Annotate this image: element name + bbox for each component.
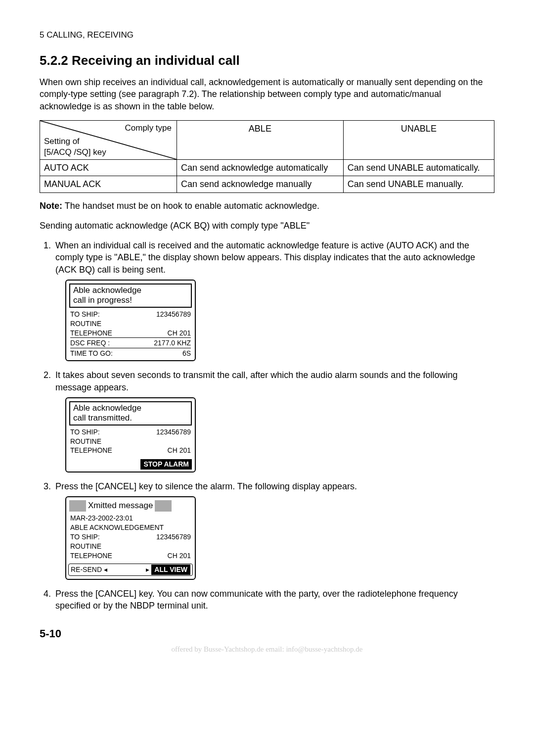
note-label: Note: (40, 201, 62, 211)
step-text: Press the [CANCEL] key to silence the al… (55, 481, 357, 491)
lcd-title-line: Able acknowledge (73, 285, 188, 295)
comply-type-table: Comply type Setting of [5/ACQ /SQ] key A… (40, 120, 494, 193)
lcd-title-text: Xmitted message (86, 500, 155, 512)
footer-note: offered by Busse-Yachtshop.de email: inf… (40, 644, 494, 654)
diag-bottom-label: Setting of [5/ACQ /SQ] key (44, 136, 106, 157)
lcd-body: TO SHIP:123456789 ROUTINE TELEPHONECH 20… (66, 427, 195, 456)
row-head: MANUAL ACK (40, 176, 177, 192)
list-item: When an individual call is received and … (53, 239, 494, 361)
lcd-body: TO SHIP:123456789 ROUTINE TELEPHONECH 20… (66, 310, 195, 358)
lcd-title-line: Able acknowledge (73, 403, 188, 413)
gray-block-icon (69, 500, 86, 512)
note-text: The handset must be on hook to enable au… (62, 201, 319, 211)
list-item: Press the [CANCEL] key to silence the al… (53, 480, 494, 580)
lcd-title-line: call in progress! (73, 295, 188, 305)
lcd-row: MAR-23-2002-23:01 (70, 514, 191, 523)
table-row: MANUAL ACK Can send acknowledge manually… (40, 176, 494, 192)
table-cell: Can send UNABLE automatically. (343, 159, 494, 176)
stop-alarm-row: STOP ALARM (66, 459, 195, 470)
row-head: AUTO ACK (40, 159, 177, 176)
table-cell: Can send UNABLE manually. (343, 176, 494, 192)
chapter-header: 5 CALLING, RECEIVING (40, 30, 494, 41)
lcd-row: TELEPHONECH 201 (70, 446, 191, 455)
lcd-row: ROUTINE (70, 542, 191, 551)
table-row: AUTO ACK Can send acknowledge automatica… (40, 159, 494, 176)
lcd-footer: RE-SEND ◂ ▸ ALL VIEW (68, 564, 193, 576)
arrow-icon: ▸ (146, 565, 149, 574)
col-unable: UNABLE (343, 120, 494, 159)
all-view-badge: ALL VIEW (151, 565, 190, 575)
page-number: 5-10 (40, 626, 494, 641)
lcd-title-line: call transmitted. (73, 413, 188, 423)
stop-alarm-badge: STOP ALARM (140, 459, 192, 470)
table-header-row: Comply type Setting of [5/ACQ /SQ] key A… (40, 120, 494, 159)
lcd-row: ABLE ACKNOWLEDGEMENT (70, 523, 191, 532)
diag-top-label: Comply type (125, 123, 172, 134)
table-cell: Can send acknowledge automatically (177, 159, 344, 176)
lcd-title: Able acknowledge call in progress! (69, 284, 192, 308)
diagonal-header-cell: Comply type Setting of [5/ACQ /SQ] key (40, 120, 177, 159)
lcd-title: Able acknowledge call transmitted. (69, 401, 192, 425)
section-title: 5.2.2 Receiving an individual call (40, 52, 494, 69)
lcd-title-gray: Xmitted message (69, 500, 192, 512)
step-text: It takes about seven seconds to transmit… (55, 370, 457, 392)
lcd-row: ROUTINE (70, 437, 191, 446)
lcd-row: TIME TO GO:6S (70, 349, 191, 358)
lcd-display-2: Able acknowledge call transmitted. TO SH… (65, 397, 196, 472)
lcd-row: TO SHIP:123456789 (70, 532, 191, 542)
intro-paragraph: When own ship receives an individual cal… (40, 76, 494, 112)
lcd-display-3: Xmitted message MAR-23-2002-23:01 ABLE A… (65, 496, 196, 579)
gray-block-icon (155, 500, 172, 512)
lcd-row: ROUTINE (70, 319, 191, 329)
lcd-row: TELEPHONECH 201 (70, 329, 191, 338)
lcd-row: DSC FREQ :2177.0 KHZ (70, 338, 191, 348)
step-text: When an individual call is received and … (55, 240, 475, 275)
list-item: Press the [CANCEL] key. You can now comm… (53, 588, 494, 612)
note-paragraph: Note: The handset must be on hook to ena… (40, 200, 494, 212)
table-cell: Can send acknowledge manually (177, 176, 344, 192)
subheading: Sending automatic acknowledge (ACK BQ) w… (40, 220, 494, 232)
col-able: ABLE (177, 120, 344, 159)
step-text: Press the [CANCEL] key. You can now comm… (55, 589, 458, 611)
list-item: It takes about seven seconds to transmit… (53, 369, 494, 472)
lcd-row: TO SHIP:123456789 (70, 427, 191, 437)
resend-label: RE-SEND ◂ (71, 565, 107, 574)
steps-list: When an individual call is received and … (40, 239, 494, 612)
lcd-display-1: Able acknowledge call in progress! TO SH… (65, 280, 196, 361)
lcd-body: MAR-23-2002-23:01 ABLE ACKNOWLEDGEMENT T… (66, 514, 195, 560)
lcd-row: TO SHIP:123456789 (70, 310, 191, 319)
lcd-row: TELEPHONECH 201 (70, 551, 191, 561)
